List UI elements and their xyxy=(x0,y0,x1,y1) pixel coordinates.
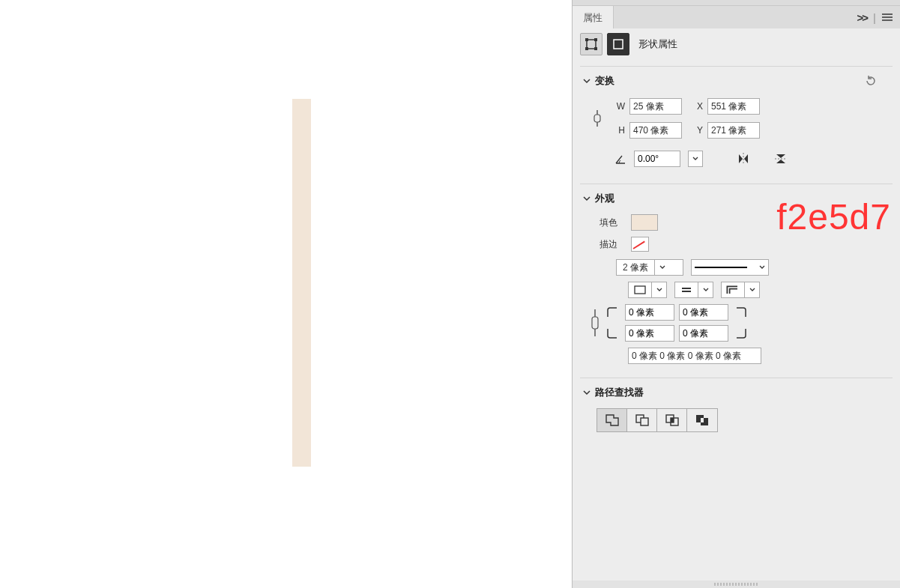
corner-tr-input[interactable] xyxy=(679,304,728,321)
stroke-align-icon xyxy=(629,285,651,295)
angle-icon xyxy=(614,153,626,165)
rotation-dropdown[interactable] xyxy=(688,151,703,167)
hex-code-annotation: f2e5d7 xyxy=(776,196,891,237)
svg-rect-8 xyxy=(592,317,598,329)
y-label: Y xyxy=(691,125,703,136)
svg-rect-6 xyxy=(594,115,600,122)
corner-bl-icon xyxy=(604,325,620,342)
link-dimensions-icon[interactable] xyxy=(593,109,602,128)
chevron-down-icon xyxy=(651,282,666,297)
properties-panel: 属性 >> | 形状属性 变换 xyxy=(572,0,900,588)
corner-tr-icon xyxy=(733,304,749,321)
pathfinder-exclude-button[interactable] xyxy=(687,409,717,431)
pathfinder-intersect-button[interactable] xyxy=(657,409,687,431)
flip-horizontal-icon[interactable] xyxy=(736,153,751,165)
section-title-appearance: 外观 xyxy=(595,192,614,205)
pathfinder-subtract-button[interactable] xyxy=(627,409,657,431)
chevron-down-icon[interactable] xyxy=(583,195,591,202)
fill-label: 填色 xyxy=(600,216,623,229)
stroke-width-value: 2 像素 xyxy=(617,261,654,274)
panel-resize-grip[interactable] xyxy=(573,581,900,588)
svg-rect-1 xyxy=(585,38,588,41)
section-transform: 变换 W H xyxy=(580,66,893,184)
rotation-input[interactable] xyxy=(634,151,680,167)
stroke-cap-combo[interactable] xyxy=(674,282,713,298)
corner-br-icon xyxy=(733,325,749,342)
corner-tl-icon xyxy=(604,304,620,321)
y-input[interactable] xyxy=(707,122,760,139)
reset-transform-icon[interactable] xyxy=(864,74,878,88)
x-input[interactable] xyxy=(707,98,760,115)
stroke-width-combo[interactable]: 2 像素 xyxy=(616,259,683,276)
panel-topbar xyxy=(573,0,900,6)
panel-menu-icon[interactable] xyxy=(882,13,893,21)
shape-mode-mask-button[interactable] xyxy=(607,33,629,55)
shape-mode-path-button[interactable] xyxy=(580,33,602,55)
chevron-down-icon[interactable] xyxy=(583,389,591,396)
svg-rect-5 xyxy=(614,40,623,49)
svg-rect-16 xyxy=(701,418,704,422)
svg-rect-4 xyxy=(594,47,597,50)
stroke-cap-icon xyxy=(675,285,698,295)
stroke-corner-combo[interactable] xyxy=(721,282,760,298)
section-pathfinder: 路径查找器 xyxy=(580,378,893,443)
stroke-label: 描边 xyxy=(600,238,623,251)
svg-rect-2 xyxy=(594,38,597,41)
chevron-down-icon[interactable] xyxy=(583,77,591,85)
stroke-align-combo[interactable] xyxy=(628,282,667,298)
corner-tl-input[interactable] xyxy=(625,304,674,321)
corner-radius-summary[interactable]: 0 像素 0 像素 0 像素 0 像素 xyxy=(628,348,761,364)
svg-rect-10 xyxy=(641,418,648,425)
stroke-color-swatch[interactable] xyxy=(631,237,649,252)
shape-props-label: 形状属性 xyxy=(638,37,677,51)
svg-rect-13 xyxy=(671,418,674,422)
stroke-style-combo[interactable] xyxy=(691,259,769,276)
width-input[interactable] xyxy=(629,98,682,115)
stroke-style-preview xyxy=(695,267,747,268)
stroke-corner-icon xyxy=(722,285,744,295)
tab-properties[interactable]: 属性 xyxy=(573,6,614,28)
panel-divider: | xyxy=(873,11,876,24)
height-input[interactable] xyxy=(629,122,682,139)
chevron-down-icon xyxy=(698,282,713,297)
chevron-down-icon xyxy=(654,260,669,275)
link-corners-icon[interactable] xyxy=(591,308,600,338)
svg-rect-7 xyxy=(635,286,645,294)
corner-bl-input[interactable] xyxy=(625,325,674,342)
pathfinder-unite-button[interactable] xyxy=(597,409,627,431)
chevron-down-icon xyxy=(744,282,759,297)
width-label: W xyxy=(613,101,625,112)
fill-color-swatch[interactable] xyxy=(631,214,658,231)
height-label: H xyxy=(613,125,625,136)
canvas-shape-rectangle[interactable] xyxy=(292,99,311,467)
chevron-down-icon xyxy=(759,264,765,270)
panel-expand-icon[interactable]: >> xyxy=(857,11,868,24)
flip-vertical-icon[interactable] xyxy=(775,151,787,166)
x-label: X xyxy=(691,101,703,112)
section-title-transform: 变换 xyxy=(595,74,614,88)
panel-tabs: 属性 >> | xyxy=(573,6,900,28)
corner-br-input[interactable] xyxy=(679,325,728,342)
section-title-pathfinder: 路径查找器 xyxy=(595,386,644,399)
svg-rect-3 xyxy=(585,47,588,50)
